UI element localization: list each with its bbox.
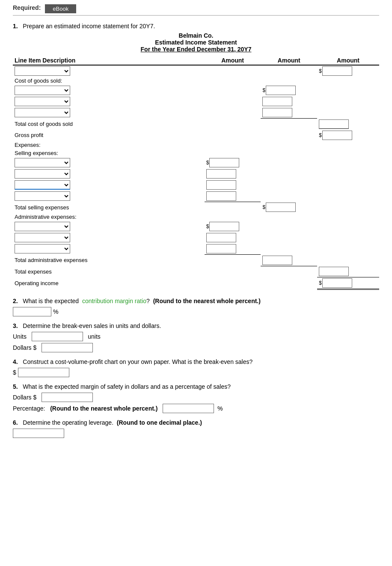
selling-select-1[interactable] (15, 158, 70, 167)
dollar-sign: $ (262, 204, 265, 210)
q5-dollars-input[interactable] (42, 393, 93, 402)
table-row (13, 232, 379, 243)
selling-amount-1[interactable] (209, 158, 239, 167)
q5-percent-label: Percentage: (13, 405, 45, 412)
q5-number: 5. (13, 383, 18, 390)
is-period: For the Year Ended December 31, 20Y7 (13, 46, 379, 53)
total-admin-row: Total administrative expenses (13, 255, 379, 266)
table-row (13, 96, 379, 107)
q3-dollars-input[interactable] (42, 343, 93, 352)
income-statement-table: Line Item Description Amount Amount Amou… (13, 56, 379, 290)
col-header-amt2: Amount (261, 56, 317, 65)
total-cogs-amount[interactable] (319, 119, 349, 129)
table-row (13, 179, 379, 191)
selling-amount-3[interactable] (206, 180, 236, 190)
q5-dollars-label: Dollars $ (13, 394, 36, 401)
is-company: Belmain Co. (13, 32, 379, 39)
q5-section: 5. What is the expected margin of safety… (13, 383, 379, 413)
table-row: $ (13, 221, 379, 232)
selling-label: Selling expenses: (15, 150, 58, 156)
total-selling-row: Total selling expenses $ (13, 202, 379, 213)
expenses-label-row: Expenses: (13, 141, 379, 149)
col-header-desc: Line Item Description (13, 56, 205, 65)
dollar-sign: $ (319, 132, 322, 138)
admin-amount-2[interactable] (206, 233, 236, 242)
revenue-amount[interactable] (322, 66, 352, 76)
admin-select-3[interactable] (15, 244, 70, 253)
q3-dollars-label: Dollars $ (13, 344, 36, 351)
cogs-select-1[interactable] (15, 86, 70, 95)
dollar-sign: $ (206, 223, 209, 229)
cogs-select-2[interactable] (15, 97, 70, 106)
selling-amount-2[interactable] (206, 169, 236, 179)
q5-percent-input[interactable] (163, 404, 214, 413)
admin-select-2[interactable] (15, 233, 70, 242)
revenue-select[interactable] (15, 66, 70, 76)
q2-percent: % (53, 308, 58, 315)
q3-units-suffix: units (88, 333, 101, 340)
dollar-sign: $ (206, 160, 209, 166)
dollar-sign: $ (319, 68, 322, 74)
admin-amount-3[interactable] (206, 244, 236, 253)
total-expenses-label: Total expenses (15, 268, 52, 275)
admin-label: Administrative expenses: (15, 214, 77, 220)
expenses-label: Expenses: (15, 142, 41, 148)
q3-units-input[interactable] (32, 332, 83, 341)
admin-label-row: Administrative expenses: (13, 213, 379, 221)
cogs-amount-3[interactable] (262, 108, 292, 117)
selling-select-3[interactable] (15, 180, 70, 190)
q4-dollar-prefix: $ (13, 369, 16, 376)
selling-amount-4[interactable] (206, 191, 236, 201)
q2-input[interactable] (13, 307, 51, 316)
q3-section: 3. Determine the break-even sales in uni… (13, 322, 379, 352)
q3-text: Determine the break-even sales in units … (23, 322, 161, 329)
q6-number: 6. (13, 419, 18, 426)
q2-text: What is the expected (23, 298, 79, 304)
total-selling-amount[interactable] (266, 203, 296, 212)
operating-income-amount[interactable] (322, 278, 352, 288)
q2-bold: (Round to the nearest whole percent.) (153, 298, 261, 304)
dollar-sign: $ (262, 87, 265, 93)
table-row: $ (13, 157, 379, 168)
q2-section: 2. What is the expected contribution mar… (13, 298, 379, 316)
operating-income-row: Operating income $ (13, 277, 379, 289)
cogs-amount-1[interactable] (266, 86, 296, 95)
table-row (13, 191, 379, 202)
cogs-select-3[interactable] (15, 108, 70, 117)
col-header-amt1: Amount (205, 56, 261, 65)
q4-input[interactable] (18, 368, 69, 377)
admin-select-1[interactable] (15, 222, 70, 231)
total-admin-amount[interactable] (262, 256, 292, 265)
selling-select-4[interactable] (15, 191, 70, 201)
col-header-amt3: Amount (317, 56, 379, 65)
gross-profit-row: Gross profit $ (13, 130, 379, 141)
q2-text2: ? (146, 298, 150, 304)
table-row: $ (13, 85, 379, 96)
q6-text: Determine the operating leverage. (23, 419, 113, 426)
cogs-amount-2[interactable] (262, 97, 292, 106)
q1-number: 1. (13, 23, 18, 30)
q2-link[interactable]: contribution margin ratio (82, 298, 146, 304)
gross-profit-amount[interactable] (322, 131, 352, 140)
ebook-tab[interactable]: eBook (45, 4, 76, 13)
gross-profit-label: Gross profit (15, 132, 43, 138)
total-expenses-amount[interactable] (319, 267, 349, 276)
q4-section: 4. Construct a cost-volume-profit chart … (13, 358, 379, 377)
table-row (13, 107, 379, 119)
admin-amount-1[interactable] (209, 222, 239, 231)
selling-select-2[interactable] (15, 169, 70, 179)
q6-bold: (Round to one decimal place.) (117, 419, 202, 426)
table-row (13, 168, 379, 179)
total-cogs-row: Total cost of goods sold (13, 119, 379, 130)
q5-bold: (Round to the nearest whole percent.) (50, 405, 157, 412)
q4-number: 4. (13, 358, 18, 365)
table-row: Cost of goods sold: (13, 77, 379, 85)
selling-label-row: Selling expenses: (13, 149, 379, 157)
dollar-sign: $ (319, 280, 322, 286)
q4-text: Construct a cost-volume-profit chart on … (23, 358, 252, 365)
total-selling-label: Total selling expenses (15, 204, 69, 211)
q2-number: 2. (13, 298, 18, 304)
table-row: $ (13, 65, 379, 77)
q6-input[interactable] (13, 429, 64, 438)
q5-text: What is the expected margin of safety in… (23, 383, 231, 390)
